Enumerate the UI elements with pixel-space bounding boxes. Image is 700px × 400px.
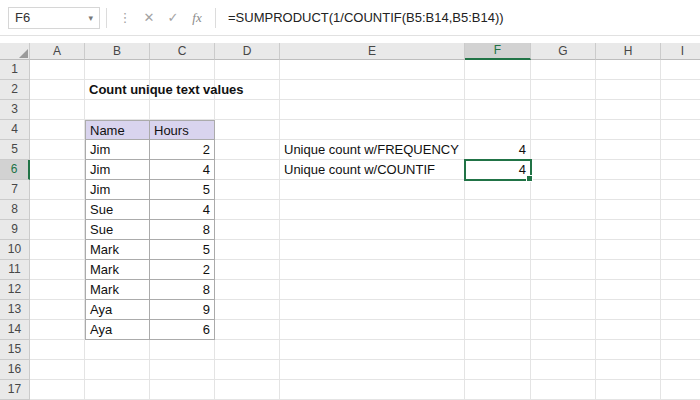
column-header-I[interactable]: I [661,43,700,60]
cell-E2[interactable] [280,80,465,100]
cell-G3[interactable] [531,100,596,120]
cell-I16[interactable] [661,360,700,380]
cell-H9[interactable] [596,220,661,240]
cell-D14[interactable] [215,320,280,340]
cell-B15[interactable] [85,340,150,360]
cell-E15[interactable] [280,340,465,360]
cell-I14[interactable] [661,320,700,340]
cell-F1[interactable] [465,60,531,80]
cell-F9[interactable] [465,220,531,240]
cell-H5[interactable] [596,140,661,160]
cell-H1[interactable] [596,60,661,80]
cell-C14[interactable]: 6 [150,320,215,340]
column-header-A[interactable]: A [30,43,85,60]
cell-B16[interactable] [85,360,150,380]
column-header-C[interactable]: C [150,43,215,60]
row-header-13[interactable]: 13 [0,300,30,320]
cell-B11[interactable]: Mark [85,260,150,280]
cell-E8[interactable] [280,200,465,220]
cell-E6[interactable]: Unique count w/COUNTIF [280,160,465,180]
row-header-12[interactable]: 12 [0,280,30,300]
cell-F4[interactable] [465,120,531,140]
cell-I10[interactable] [661,240,700,260]
column-header-E[interactable]: E [280,43,465,60]
formula-input[interactable]: =SUMPRODUCT(1/COUNTIF(B5:B14,B5:B14)) [222,10,692,25]
cell-B9[interactable]: Sue [85,220,150,240]
cell-D1[interactable] [215,60,280,80]
cell-H10[interactable] [596,240,661,260]
cell-A6[interactable] [30,160,85,180]
cell-A1[interactable] [30,60,85,80]
cell-I15[interactable] [661,340,700,360]
cell-D4[interactable] [215,120,280,140]
cell-I6[interactable] [661,160,700,180]
row-header-11[interactable]: 11 [0,260,30,280]
cell-B10[interactable]: Mark [85,240,150,260]
cell-A13[interactable] [30,300,85,320]
cell-E14[interactable] [280,320,465,340]
cell-E11[interactable] [280,260,465,280]
cell-H7[interactable] [596,180,661,200]
row-header-7[interactable]: 7 [0,180,30,200]
cell-A4[interactable] [30,120,85,140]
row-header-9[interactable]: 9 [0,220,30,240]
cell-C8[interactable]: 4 [150,200,215,220]
cell-G15[interactable] [531,340,596,360]
cell-G11[interactable] [531,260,596,280]
cell-H3[interactable] [596,100,661,120]
cell-E16[interactable] [280,360,465,380]
cell-G10[interactable] [531,240,596,260]
cell-G13[interactable] [531,300,596,320]
cell-G17[interactable] [531,380,596,400]
cell-D9[interactable] [215,220,280,240]
row-header-5[interactable]: 5 [0,140,30,160]
cell-E9[interactable] [280,220,465,240]
cell-C6[interactable]: 4 [150,160,215,180]
cell-I5[interactable] [661,140,700,160]
cell-A16[interactable] [30,360,85,380]
cell-I2[interactable] [661,80,700,100]
cell-G1[interactable] [531,60,596,80]
cell-H12[interactable] [596,280,661,300]
cell-B4[interactable]: Name [85,120,150,140]
row-header-4[interactable]: 4 [0,120,30,140]
cell-H8[interactable] [596,200,661,220]
cell-A9[interactable] [30,220,85,240]
row-header-3[interactable]: 3 [0,100,30,120]
row-header-6[interactable]: 6 [0,160,30,180]
cell-A7[interactable] [30,180,85,200]
cell-I12[interactable] [661,280,700,300]
cell-C13[interactable]: 9 [150,300,215,320]
cell-A14[interactable] [30,320,85,340]
cell-G6[interactable] [531,160,596,180]
cell-B5[interactable]: Jim [85,140,150,160]
column-header-F[interactable]: F [465,43,531,60]
cell-F16[interactable] [465,360,531,380]
cell-B12[interactable]: Mark [85,280,150,300]
cell-B7[interactable]: Jim [85,180,150,200]
cell-C11[interactable]: 2 [150,260,215,280]
cell-G14[interactable] [531,320,596,340]
cell-C7[interactable]: 5 [150,180,215,200]
cell-E4[interactable] [280,120,465,140]
row-header-14[interactable]: 14 [0,320,30,340]
cell-H13[interactable] [596,300,661,320]
cell-I8[interactable] [661,200,700,220]
cell-B1[interactable] [85,60,150,80]
cell-C5[interactable]: 2 [150,140,215,160]
cell-I11[interactable] [661,260,700,280]
cell-G9[interactable] [531,220,596,240]
cell-F10[interactable] [465,240,531,260]
cell-G7[interactable] [531,180,596,200]
row-header-16[interactable]: 16 [0,360,30,380]
name-box[interactable]: F6 ▾ [8,7,100,29]
cell-E12[interactable] [280,280,465,300]
cell-A10[interactable] [30,240,85,260]
cell-C1[interactable] [150,60,215,80]
cell-D15[interactable] [215,340,280,360]
cell-H6[interactable] [596,160,661,180]
chevron-down-icon[interactable]: ▾ [88,13,93,23]
cell-F6[interactable]: 4 [465,160,531,180]
cell-D8[interactable] [215,200,280,220]
cell-D16[interactable] [215,360,280,380]
